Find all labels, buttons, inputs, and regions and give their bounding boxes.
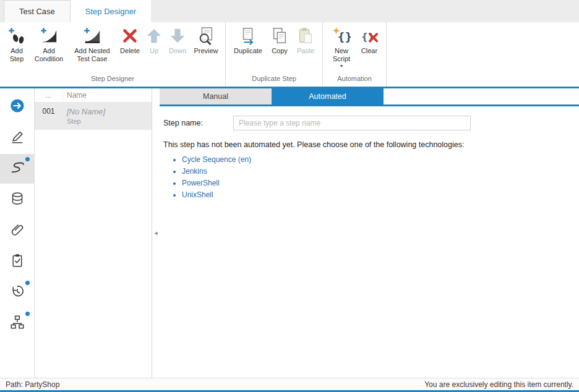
notification-dot (25, 157, 30, 161)
ribbon-group-duplicate-step: Duplicate Copy Paste Duplicate Step (226, 22, 323, 87)
step-name-row: Step name: (163, 116, 573, 130)
add-step-button[interactable]: Add Step (4, 25, 30, 72)
move-down-button: Down (165, 25, 191, 72)
paste-icon (296, 27, 315, 45)
step-editor-tabs: Manual Automated (160, 88, 579, 104)
edit-pencil-icon (10, 129, 25, 147)
ribbon-group-automation: {} New Script ▼ {} Clear Automation (323, 22, 387, 87)
app-window: Test Case Step Designer Add Step Add Con… (0, 0, 579, 392)
delete-label: Delete (120, 47, 140, 55)
technology-link-powershell[interactable]: PowerShell (182, 179, 220, 187)
tab-automated[interactable]: Automated (272, 88, 384, 104)
sidebar-item-steps[interactable] (0, 154, 34, 184)
sidebar (0, 88, 35, 378)
move-up-button: Up (144, 25, 165, 72)
main-area: ... Name 001 [No Name] Step ◄ Manual Aut… (0, 88, 579, 378)
preview-label: Preview (194, 47, 218, 55)
step-list-panel: ... Name 001 [No Name] Step (35, 88, 152, 378)
status-editing-message: You are exclusively editing this item cu… (424, 380, 573, 389)
step-name-input[interactable] (233, 116, 471, 130)
add-step-icon (7, 27, 26, 45)
step-row-name: [No Name] Step (63, 107, 152, 125)
notification-dot (25, 312, 30, 316)
step-row-id: 001 (35, 107, 63, 125)
technology-link-unixshell[interactable]: UnixShell (182, 190, 213, 199)
add-nested-test-case-icon (83, 27, 101, 45)
panel-splitter[interactable]: ◄ (152, 88, 160, 378)
ribbon-group-label-duplicate-step: Duplicate Step (226, 73, 322, 87)
clear-script-icon: {} (360, 27, 379, 45)
ribbon-buttons: {} New Script ▼ {} Clear (323, 22, 386, 73)
tab-test-case[interactable]: Test Case (4, 0, 71, 22)
ribbon: Add Step Add Condition Add Nested Test C… (0, 22, 579, 87)
duplicate-button[interactable]: Duplicate (229, 25, 267, 72)
tab-step-designer[interactable]: Step Designer (71, 0, 151, 22)
step-sequence-icon (9, 160, 25, 178)
step-editor: Manual Automated Step name: This step ha… (160, 88, 579, 378)
technology-link-jenkins[interactable]: Jenkins (182, 167, 207, 176)
go-arrow-icon (9, 98, 25, 116)
list-item: Jenkins (182, 167, 573, 176)
ribbon-group-label-step-designer: Step Designer (0, 73, 225, 87)
collapse-arrow-icon[interactable]: ◄ (153, 230, 159, 236)
duplicate-label: Duplicate (234, 47, 262, 55)
add-condition-label: Add Condition (30, 47, 68, 63)
copy-button[interactable]: Copy (267, 25, 293, 72)
copy-icon (270, 27, 289, 45)
list-item: UnixShell (182, 190, 573, 199)
up-arrow-icon (145, 27, 163, 45)
add-condition-icon (40, 27, 58, 45)
add-condition-button[interactable]: Add Condition (30, 25, 68, 72)
sidebar-item-hierarchy[interactable] (0, 309, 34, 338)
paste-label: Paste (297, 47, 314, 55)
ribbon-buttons: Add Step Add Condition Add Nested Test C… (0, 22, 225, 73)
preview-button[interactable]: Preview (191, 25, 221, 72)
sidebar-item-history[interactable] (0, 278, 34, 307)
duplicate-icon (239, 27, 257, 45)
list-item: PowerShell (182, 179, 573, 187)
status-bar: Path: PartyShop You are exclusively edit… (0, 378, 579, 390)
step-row-type-text: Step (67, 117, 152, 125)
technology-link-cycle-sequence[interactable]: Cycle Sequence (en) (182, 155, 251, 164)
add-step-label: Add Step (4, 47, 30, 63)
sidebar-item-data[interactable] (0, 185, 34, 215)
delete-button[interactable]: Delete (116, 25, 144, 72)
new-script-label: New Script (327, 47, 356, 63)
sidebar-item-attachments[interactable] (0, 216, 34, 245)
tab-manual[interactable]: Manual (160, 88, 272, 104)
clear-script-label: Clear (361, 47, 377, 55)
new-script-dropdown-icon[interactable]: ▼ (340, 64, 344, 69)
new-script-button[interactable]: {} New Script ▼ (327, 25, 356, 72)
preview-icon (197, 27, 215, 45)
technology-list: Cycle Sequence (en) Jenkins PowerShell U… (182, 155, 573, 199)
step-name-label: Step name: (163, 119, 233, 127)
database-icon (10, 191, 25, 208)
notification-dot (25, 281, 30, 285)
step-row-name-text: [No Name] (67, 107, 152, 116)
ribbon-buttons: Duplicate Copy Paste (226, 22, 322, 73)
move-down-label: Down (169, 47, 186, 55)
sidebar-item-navigate[interactable] (0, 92, 34, 122)
clipboard-check-icon (10, 253, 25, 270)
sidebar-item-edit[interactable] (0, 123, 34, 153)
automation-info-text: This step has not been automated yet. Pl… (163, 140, 573, 149)
down-arrow-icon (168, 27, 187, 45)
column-header-more: ... (35, 88, 63, 102)
add-nested-test-case-label: Add Nested Test Case (68, 47, 116, 63)
clear-script-button[interactable]: {} Clear (356, 25, 382, 72)
status-path: Path: PartyShop (6, 380, 59, 389)
column-header-name: Name (63, 91, 152, 100)
delete-icon (121, 27, 139, 45)
copy-label: Copy (272, 47, 288, 55)
paste-button: Paste (293, 25, 319, 72)
new-script-icon: {} (332, 27, 351, 45)
step-list-row[interactable]: 001 [No Name] Step (35, 103, 152, 130)
ribbon-group-step-designer: Add Step Add Condition Add Nested Test C… (0, 22, 226, 87)
ribbon-tabstrip: Test Case Step Designer (0, 0, 579, 22)
hierarchy-icon (10, 315, 25, 332)
step-list-header: ... Name (35, 88, 152, 103)
move-up-label: Up (150, 47, 158, 55)
add-nested-test-case-button[interactable]: Add Nested Test Case (68, 25, 116, 72)
sidebar-item-checklist[interactable] (0, 247, 34, 276)
history-clock-icon (10, 284, 25, 301)
